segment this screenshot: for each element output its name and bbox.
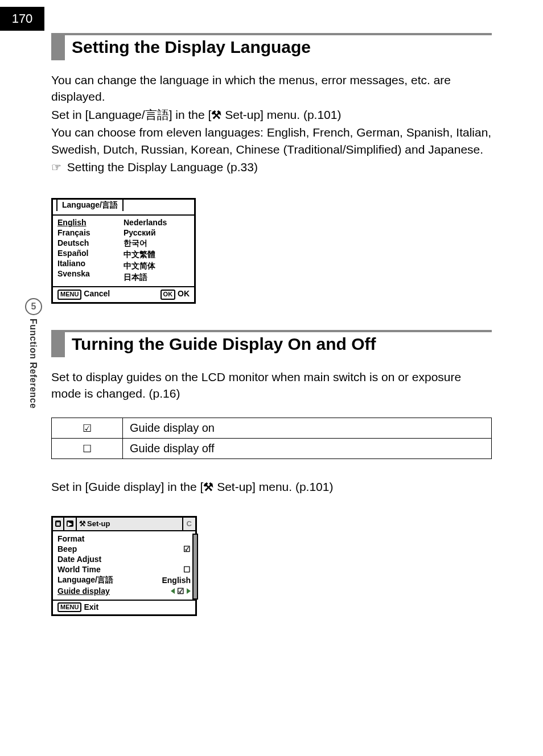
- table-row: ☐ Guide display off: [52, 439, 492, 459]
- section2-paragraph-2: Set in [Guide display] in the [⚒ Set-up]…: [51, 478, 492, 495]
- tab-camera[interactable]: ◙: [53, 518, 64, 530]
- lang-option-espanol[interactable]: Español: [57, 249, 124, 258]
- cancel-label: Cancel: [84, 289, 110, 298]
- language-col-right: Nederlands Русский 한국어 中文繁體 中文简体 日本語: [124, 218, 190, 283]
- setup-row-world-time[interactable]: World Time ☐: [56, 564, 192, 575]
- lang-option-nederlands[interactable]: Nederlands: [124, 218, 190, 227]
- ok-action[interactable]: OK OK: [161, 289, 190, 299]
- setup-row-date-adjust[interactable]: Date Adjust: [56, 554, 192, 564]
- chapter-number-circle: 5: [25, 298, 42, 315]
- tab-playback[interactable]: ▶: [64, 518, 77, 530]
- lang-option-english[interactable]: English: [57, 218, 124, 227]
- tab-custom[interactable]: C: [182, 518, 195, 530]
- wrench-icon: ⚒: [79, 519, 86, 528]
- language-col-left: English Français Deutsch Español Italian…: [57, 218, 124, 283]
- lang-option-russian[interactable]: Русский: [124, 228, 190, 237]
- heading-bar: [51, 35, 65, 60]
- tab-setup-label: Set-up: [87, 519, 110, 528]
- section1-paragraph-2: Set in [Language/言語] in the [⚒ Set-up] m…: [51, 106, 492, 123]
- lang-option-francais[interactable]: Français: [57, 228, 124, 237]
- tab-c-label: C: [187, 519, 192, 528]
- lang-option-deutsch[interactable]: Deutsch: [57, 238, 124, 247]
- page-number-tab: 170: [0, 7, 44, 31]
- setup-menu-body: Format Beep ☑ Date Adjust World Time ☐ L…: [53, 531, 195, 600]
- page-content: Setting the Display Language You can cha…: [51, 33, 492, 616]
- checkbox-on-icon: ☑: [52, 418, 123, 439]
- arrow-left-icon[interactable]: [171, 588, 175, 594]
- lang-option-japanese[interactable]: 日本語: [124, 272, 190, 283]
- language-menu-footer: MENU Cancel OK OK: [53, 286, 194, 301]
- setup-menu-tabs: ◙ ▶ ⚒ Set-up C: [53, 518, 195, 531]
- ok-label: OK: [178, 289, 190, 298]
- setup-menu-dialog: ◙ ▶ ⚒ Set-up C Format Beep ☑ Date: [51, 516, 197, 616]
- language-options: English Français Deutsch Español Italian…: [53, 216, 194, 286]
- wrench-icon: ⚒: [203, 479, 213, 495]
- arrow-right-icon[interactable]: [187, 588, 191, 594]
- ok-button-icon: OK: [161, 290, 176, 299]
- setup-row-beep[interactable]: Beep ☑: [56, 544, 192, 554]
- section-title-2: Turning the Guide Display On and Off: [65, 332, 376, 357]
- chapter-number: 5: [31, 301, 36, 312]
- section2-paragraph-1: Set to display guides on the LCD monitor…: [51, 369, 492, 402]
- section-heading-1: Setting the Display Language: [51, 33, 492, 60]
- lang-option-svenska[interactable]: Svenska: [57, 269, 124, 278]
- exit-label[interactable]: Exit: [84, 602, 98, 612]
- lang-option-korean[interactable]: 한국어: [124, 238, 190, 249]
- setup-row-format[interactable]: Format: [56, 534, 192, 544]
- language-menu-titlebar: Language/言語: [53, 200, 194, 216]
- play-icon: ▶: [67, 520, 73, 527]
- page-number: 170: [12, 11, 33, 26]
- guide-off-label: Guide display off: [123, 439, 492, 459]
- chapter-label: Function Reference: [28, 319, 38, 408]
- menu-button-icon: MENU: [57, 602, 81, 612]
- wrench-icon: ⚒: [211, 107, 221, 123]
- setup-menu-footer: MENU Exit: [53, 600, 195, 614]
- guide-display-value: ☑: [171, 586, 191, 596]
- lang-option-chinese-simp[interactable]: 中文简体: [124, 261, 190, 271]
- tab-setup[interactable]: ⚒ Set-up: [77, 518, 112, 530]
- lang-option-italiano[interactable]: Italiano: [57, 259, 124, 268]
- guide-display-table: ☑ Guide display on ☐ Guide display off: [51, 418, 492, 459]
- section-title-1: Setting the Display Language: [65, 35, 311, 60]
- checkbox-on-icon: ☑: [177, 586, 184, 596]
- setup-row-guide-display[interactable]: Guide display ☑: [56, 586, 192, 596]
- section1-paragraph-1: You can change the language in which the…: [51, 72, 492, 105]
- setup-language-value: English: [162, 575, 191, 585]
- language-menu-title: Language/言語: [56, 199, 124, 211]
- cancel-action[interactable]: MENU Cancel: [57, 289, 110, 299]
- language-menu-dialog: Language/言語 English Français Deutsch Esp…: [51, 198, 196, 303]
- camera-icon: ◙: [55, 520, 61, 527]
- chapter-side-tab: 5 Function Reference: [25, 298, 41, 440]
- checkbox-on-icon: ☑: [183, 544, 191, 553]
- guide-on-label: Guide display on: [123, 418, 492, 439]
- checkbox-off-icon: ☐: [183, 565, 191, 574]
- pointer-icon: ☞: [51, 159, 61, 175]
- setup-row-language[interactable]: Language/言語 English: [56, 575, 192, 586]
- checkbox-off-icon: ☐: [52, 439, 123, 459]
- section1-paragraph-3: You can choose from eleven languages: En…: [51, 124, 492, 158]
- section-heading-2: Turning the Guide Display On and Off: [51, 330, 492, 357]
- section1-xref: ☞ Setting the Display Language (p.33): [51, 159, 492, 175]
- lang-option-chinese-trad[interactable]: 中文繁體: [124, 250, 190, 260]
- menu-button-icon: MENU: [57, 290, 81, 299]
- table-row: ☑ Guide display on: [52, 418, 492, 439]
- heading-bar-2: [51, 332, 65, 357]
